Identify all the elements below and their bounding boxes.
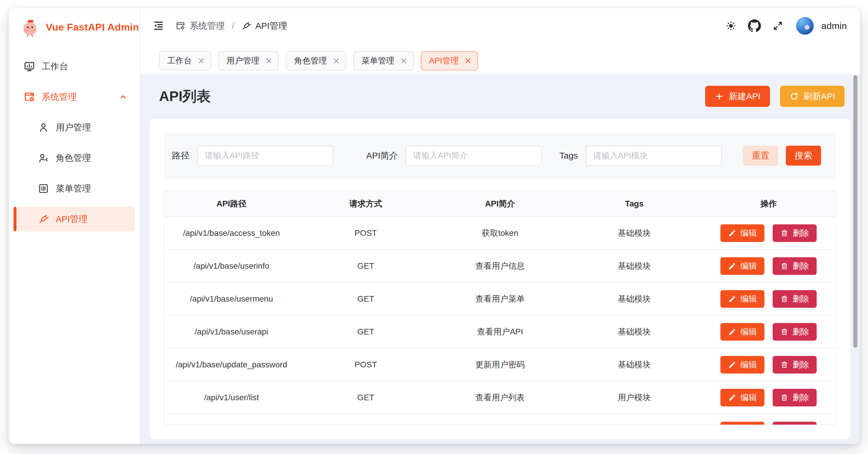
edit-label: 编辑 (740, 260, 757, 272)
sidebar-menu: 工作台 系统管理 (9, 46, 140, 231)
delete-label: 删除 (793, 228, 809, 239)
breadcrumb-item-api[interactable]: API管理 (241, 20, 287, 32)
delete-label: 删除 (793, 359, 809, 370)
summary-filter-input[interactable] (406, 146, 542, 166)
edit-button[interactable]: 编辑 (720, 224, 765, 242)
pencil-icon (728, 394, 736, 402)
trash-icon (780, 361, 788, 369)
summary-cell: 查看用户信息 (433, 250, 567, 283)
app-window: Vue FastAPI Admin 工作台 (9, 8, 860, 444)
edit-button[interactable]: 编辑 (720, 323, 765, 341)
sidebar-item-users[interactable]: 用户管理 (13, 115, 135, 140)
close-icon[interactable] (333, 58, 339, 64)
method-cell: GET (299, 315, 433, 348)
sidebar-item-menus[interactable]: 菜单管理 (13, 176, 135, 201)
method-cell: POST (299, 348, 433, 381)
close-icon[interactable] (266, 58, 272, 64)
menu-fold-icon[interactable] (149, 16, 168, 36)
trash-icon (780, 295, 788, 303)
api-path-cell: /api/v1/user/get (164, 414, 299, 425)
reset-button[interactable]: 重置 (743, 146, 778, 166)
api-list-card: 路径 API简介 Tags 重置 搜索 API路径 请求 (150, 119, 850, 439)
sidebar-item-label: 菜单管理 (56, 183, 91, 195)
api-path-cell: /api/v1/base/userinfo (164, 250, 299, 283)
table-row: /api/v1/user/list GET 查看用户列表 用户模块 编辑 (164, 381, 836, 414)
sun-icon[interactable] (721, 16, 741, 36)
tab-menus[interactable]: 菜单管理 (353, 51, 414, 70)
delete-button[interactable]: 删除 (773, 257, 817, 275)
api-path-cell: /api/v1/base/update_password (164, 348, 299, 381)
column-header-method: 请求方式 (299, 191, 433, 217)
actions-cell: 编辑 删除 (701, 414, 836, 425)
delete-button[interactable]: 删除 (773, 389, 817, 406)
edit-button[interactable]: 编辑 (720, 389, 765, 406)
breadcrumb-item-system[interactable]: 系统管理 (176, 20, 225, 32)
tags-cell: 用户模块 (567, 414, 702, 425)
sidebar-item-system[interactable]: 系统管理 (13, 85, 135, 109)
table-row: /api/v1/base/userinfo GET 查看用户信息 基础模块 编辑 (164, 250, 836, 283)
app-logo[interactable]: Vue FastAPI Admin (9, 8, 140, 46)
edit-label: 编辑 (740, 326, 757, 337)
api-path-cell: /api/v1/base/usermenu (164, 283, 299, 315)
avatar[interactable] (796, 17, 814, 35)
actions-cell: 编辑 删除 (701, 250, 836, 283)
filter-bar: 路径 API简介 Tags 重置 搜索 (164, 133, 836, 178)
tab-roles[interactable]: 角色管理 (286, 51, 346, 70)
api-table-head: API路径 请求方式 API简介 Tags 操作 (164, 191, 836, 217)
column-header-actions: 操作 (701, 191, 836, 217)
topbar-actions: admin (721, 16, 847, 36)
method-cell: GET (299, 414, 433, 425)
column-header-tags: Tags (567, 191, 702, 217)
app-title: Vue FastAPI Admin (46, 22, 139, 33)
sidebar-item-label: 系统管理 (42, 91, 77, 103)
summary-cell: 查看用户列表 (433, 381, 567, 414)
sidebar-item-roles[interactable]: 角色管理 (13, 146, 135, 170)
content-scrollbar[interactable] (853, 75, 858, 348)
tab-label: API管理 (429, 55, 459, 66)
edit-label: 编辑 (740, 359, 757, 370)
delete-button[interactable]: 删除 (773, 224, 817, 242)
tags-filter-input[interactable] (586, 146, 722, 166)
delete-button[interactable]: 删除 (773, 323, 817, 341)
actions-cell: 编辑 删除 (701, 283, 836, 315)
close-icon[interactable] (198, 58, 204, 64)
new-api-button[interactable]: 新建API (705, 86, 770, 107)
sidebar-item-label: 角色管理 (56, 152, 91, 164)
expand-icon[interactable] (768, 16, 788, 36)
tags-cell: 基础模块 (567, 315, 702, 348)
pencil-icon (728, 229, 736, 237)
edit-button[interactable]: 编辑 (720, 422, 765, 425)
tab-label: 角色管理 (294, 55, 327, 66)
refresh-api-label: 刷新API (803, 90, 835, 103)
table-row: /api/v1/base/update_password POST 更新用户密码… (164, 348, 836, 381)
summary-cell: 查看用户菜单 (433, 283, 567, 315)
edit-button[interactable]: 编辑 (720, 290, 765, 308)
close-icon[interactable] (465, 58, 471, 64)
tab-api[interactable]: API管理 (421, 51, 478, 70)
actions-cell: 编辑 删除 (701, 217, 836, 250)
sidebar-item-workbench[interactable]: 工作台 (13, 54, 135, 79)
username[interactable]: admin (822, 21, 847, 31)
edit-button[interactable]: 编辑 (720, 356, 765, 373)
delete-button[interactable]: 删除 (773, 422, 817, 425)
github-icon[interactable] (744, 16, 765, 36)
breadcrumb: 系统管理 / API管理 (176, 20, 287, 32)
tab-label: 工作台 (167, 55, 192, 66)
path-filter-input[interactable] (197, 146, 333, 166)
edit-button[interactable]: 编辑 (720, 257, 765, 275)
tab-users[interactable]: 用户管理 (218, 51, 279, 70)
tab-workbench[interactable]: 工作台 (159, 51, 211, 70)
sidebar-item-label: 工作台 (42, 60, 68, 73)
delete-button[interactable]: 删除 (773, 290, 817, 308)
tags-cell: 基础模块 (567, 217, 702, 250)
delete-button[interactable]: 删除 (773, 356, 817, 373)
search-button[interactable]: 搜索 (786, 146, 821, 166)
breadcrumb-label: API管理 (255, 20, 287, 32)
close-icon[interactable] (401, 58, 407, 64)
table-row: /api/v1/base/usermenu GET 查看用户菜单 基础模块 编辑 (164, 283, 836, 315)
method-cell: GET (299, 381, 433, 414)
refresh-api-button[interactable]: 刷新API (780, 86, 844, 107)
sidebar-item-api[interactable]: API管理 (13, 207, 135, 231)
plug-icon (37, 213, 49, 225)
summary-cell: 查看用户API (433, 315, 567, 348)
